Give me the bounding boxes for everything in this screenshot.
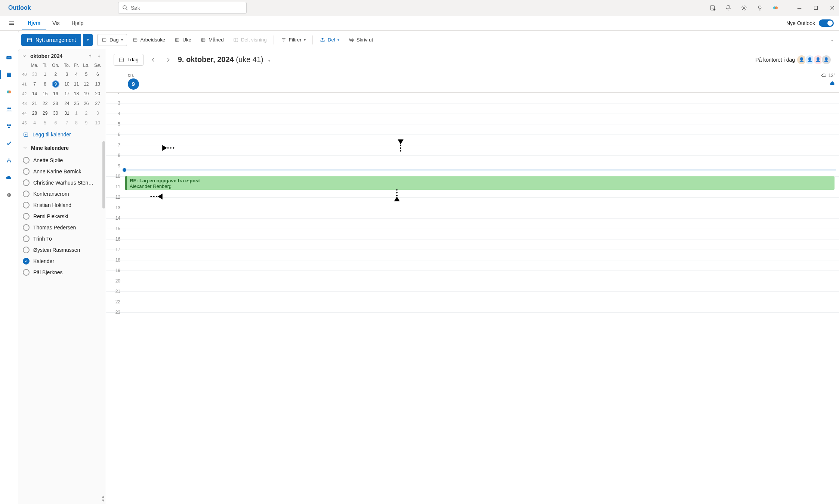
ribbon-expand-icon[interactable]: ▾ [831, 38, 833, 43]
month-expand-icon[interactable] [22, 54, 27, 58]
uke-button[interactable]: Uke [170, 34, 195, 46]
tab-hjelp[interactable]: Hjelp [65, 16, 89, 30]
calendar-item[interactable]: Anne Karine Børnick [18, 166, 106, 177]
svg-point-7 [775, 6, 778, 9]
svg-point-29 [7, 108, 9, 109]
weather-widget[interactable]: 12° [821, 72, 835, 78]
bulb-icon[interactable] [756, 4, 764, 12]
search-box[interactable] [118, 2, 247, 14]
calendar-item[interactable]: Trinh To [18, 233, 106, 244]
copilot-icon[interactable] [772, 4, 779, 12]
svg-line-1 [126, 9, 127, 10]
svg-point-46 [167, 147, 169, 149]
svg-point-57 [396, 192, 398, 194]
avatar-group[interactable]: 👤 👤 👤 👤 [799, 55, 832, 65]
svg-point-5 [758, 6, 761, 9]
svg-marker-55 [397, 137, 404, 144]
calendar-icon[interactable] [3, 69, 15, 81]
next-month-icon[interactable] [97, 54, 101, 58]
svg-rect-2 [710, 6, 715, 10]
month-label[interactable]: oktober 2024 [30, 53, 62, 59]
svg-point-58 [396, 195, 398, 197]
svg-point-0 [123, 6, 126, 9]
calendar-item[interactable]: Christine Warhuus Sten… [18, 177, 106, 188]
org-icon[interactable] [3, 155, 15, 167]
svg-rect-40 [10, 196, 11, 197]
people-icon[interactable] [3, 103, 15, 115]
hamburger-icon[interactable] [4, 20, 19, 27]
svg-rect-14 [102, 38, 106, 41]
mini-calendar[interactable]: Ma.Ti.On.To.Fr.Lø.Sø.4030123456417891011… [18, 61, 106, 128]
search-input[interactable] [131, 5, 244, 11]
home-icon[interactable] [829, 80, 835, 86]
sidebar-scrollbar[interactable] [102, 141, 105, 208]
svg-point-36 [10, 161, 11, 163]
gear-icon[interactable] [740, 4, 748, 12]
title-bar: Outlook [0, 0, 839, 16]
tab-vis[interactable]: Vis [46, 16, 65, 30]
day-badge[interactable]: on. 9 [128, 72, 139, 90]
svg-rect-37 [7, 193, 9, 195]
skriv-ut-button[interactable]: Skriv ut [345, 34, 377, 46]
app-name: Outlook [3, 4, 36, 11]
svg-point-32 [9, 124, 11, 126]
todo-icon[interactable] [3, 137, 15, 149]
tab-hjem[interactable]: Hjem [22, 16, 46, 30]
minimize-icon[interactable] [796, 4, 803, 12]
dag-button[interactable]: Dag ▾ [97, 34, 127, 46]
calendar-item[interactable]: Konferanserom [18, 188, 106, 200]
arbeidsuke-button[interactable]: Arbeidsuke [129, 34, 169, 46]
svg-point-28 [9, 90, 12, 93]
nye-outlook-toggle[interactable] [819, 19, 834, 27]
del-button[interactable]: Del ▾ [316, 34, 343, 46]
svg-marker-47 [160, 144, 167, 152]
new-event-button[interactable]: Nytt arrangement [21, 34, 81, 46]
svg-point-30 [9, 108, 11, 109]
svg-point-44 [173, 147, 175, 149]
filter-button[interactable]: Filtrer ▾ [277, 34, 309, 46]
date-title[interactable]: 9. oktober, 2024 (uke 41) ▾ [178, 55, 271, 64]
mail-icon[interactable] [3, 52, 15, 64]
my-calendars-header[interactable]: Mine kalendere [18, 141, 106, 155]
calendar-event[interactable]: RE: Lag en oppgave fra e-post Alexander … [125, 176, 835, 190]
calendar-grid[interactable]: 234567891011121314151617181920212223 RE:… [106, 93, 839, 504]
svg-rect-19 [234, 38, 235, 41]
nye-outlook-label: Nye Outlook [786, 20, 815, 26]
calendar-item[interactable]: Anette Sjølie [18, 155, 106, 166]
maximize-icon[interactable] [812, 4, 820, 12]
nav-rail [0, 49, 18, 504]
svg-point-49 [153, 195, 155, 197]
calendar-item[interactable]: Kristian Hokland [18, 200, 106, 211]
svg-rect-17 [176, 38, 179, 41]
svg-point-50 [156, 195, 158, 197]
svg-point-54 [400, 144, 401, 146]
svg-point-35 [7, 161, 8, 163]
svg-point-34 [9, 158, 10, 160]
copilot-nav-icon[interactable] [3, 86, 15, 98]
new-event-dropdown[interactable]: ▼ [83, 34, 93, 46]
calendar-item[interactable]: Remi Piekarski [18, 211, 106, 222]
groups-icon[interactable] [3, 120, 15, 132]
add-calendar-link[interactable]: Legg til kalender [18, 128, 106, 141]
onedrive-icon[interactable] [3, 172, 15, 184]
list-icon[interactable] [709, 4, 716, 12]
svg-rect-9 [814, 6, 818, 10]
calendar-item[interactable]: Øystein Rasmussen [18, 244, 106, 256]
prev-month-icon[interactable] [88, 54, 92, 58]
svg-rect-23 [350, 40, 352, 42]
prev-day-icon[interactable] [148, 55, 158, 65]
calendar-item[interactable]: Thomas Pedersen [18, 222, 106, 233]
maned-button[interactable]: Måned [197, 34, 228, 46]
svg-point-45 [170, 147, 172, 149]
calendar-main: I dag 9. oktober, 2024 (uke 41) ▾ På kon… [106, 49, 839, 504]
svg-marker-59 [393, 197, 401, 204]
svg-rect-24 [6, 56, 12, 59]
apps-icon[interactable] [3, 189, 15, 201]
next-day-icon[interactable] [163, 55, 173, 65]
calendar-item[interactable]: Pål Bjerknes [18, 267, 106, 278]
close-icon[interactable] [829, 4, 836, 12]
bell-icon[interactable] [725, 4, 732, 12]
today-button[interactable]: I dag [114, 54, 144, 66]
calendar-item[interactable]: Kalender [18, 256, 106, 267]
svg-rect-38 [10, 193, 11, 195]
